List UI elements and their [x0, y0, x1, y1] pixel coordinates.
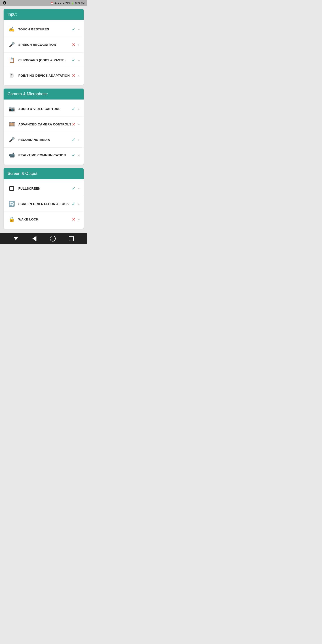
- touch-gestures-icon: ✍️: [8, 25, 16, 33]
- advanced-camera-controls-chevron: »: [78, 122, 80, 126]
- audio-video-capture-chevron: »: [78, 107, 80, 111]
- real-time-communication-label: REAL-TIME COMMUNICATION: [18, 154, 72, 157]
- screen-orientation-chevron: »: [78, 202, 80, 206]
- feature-row-recording-media[interactable]: 🎤 RECORDING MEDIA ✓ »: [4, 132, 84, 148]
- section-camera-title: Camera & Microphone: [8, 92, 48, 96]
- real-time-communication-chevron: »: [78, 154, 80, 157]
- recording-media-label: RECORDING MEDIA: [18, 138, 72, 142]
- battery-icon: 🔋: [71, 2, 74, 5]
- feature-row-touch-gestures[interactable]: ✍️ TOUCH GESTURES ✓ »: [4, 22, 84, 37]
- real-time-communication-icon: 📹: [8, 151, 16, 159]
- section-camera-microphone: Camera & Microphone 📷 AUDIO & VIDEO CAPT…: [4, 88, 84, 164]
- clipboard-chevron: »: [78, 58, 80, 62]
- alarm-icon: ⏰: [50, 2, 54, 5]
- feature-row-clipboard[interactable]: 📋 CLIPBOARD (COPY & PASTE) ✓ »: [4, 52, 84, 68]
- touch-gestures-label: TOUCH GESTURES: [18, 28, 72, 31]
- clipboard-label: CLIPBOARD (COPY & PASTE): [18, 58, 72, 62]
- speech-recognition-status: ✕: [72, 42, 76, 48]
- nav-back-button[interactable]: [30, 234, 39, 243]
- section-camera-header: Camera & Microphone: [4, 88, 84, 100]
- feature-row-wake-lock[interactable]: 🔒 WAKE LOCK ✕ »: [4, 212, 84, 227]
- advanced-camera-controls-icon: 🎞️: [8, 120, 16, 128]
- feature-row-fullscreen[interactable]: FULLSCREEN ✓ »: [4, 181, 84, 196]
- advanced-camera-controls-status: ✕: [72, 122, 76, 127]
- pointing-device-status: ✕: [72, 73, 76, 78]
- section-input-header: Input: [4, 9, 84, 20]
- status-bar-photo-icon: 🖼: [3, 1, 6, 5]
- advanced-camera-controls-label: ADVANCED CAMERA CONTROLS: [18, 122, 72, 126]
- fullscreen-status: ✓: [72, 186, 76, 191]
- wake-lock-label: WAKE LOCK: [18, 218, 72, 221]
- touch-gestures-chevron: »: [78, 28, 80, 31]
- section-screen-header: Screen & Output: [4, 168, 84, 179]
- nav-recents-button[interactable]: [67, 234, 76, 243]
- time-display: 3:27 PM: [75, 2, 84, 4]
- speech-recognition-chevron: »: [78, 43, 80, 46]
- nav-home-button[interactable]: [48, 234, 57, 243]
- nav-down-button[interactable]: [12, 234, 20, 243]
- battery-percent: 77%: [65, 2, 70, 4]
- speech-recognition-icon: 🎤: [8, 41, 16, 49]
- screen-orientation-status: ✓: [72, 201, 76, 206]
- fullscreen-chevron: »: [78, 187, 80, 190]
- main-content: Input ✍️ TOUCH GESTURES ✓ » 🎤 SPEECH REC…: [0, 6, 87, 232]
- location-icon: ◈: [54, 2, 56, 5]
- wake-lock-chevron: »: [78, 218, 80, 221]
- fullscreen-label: FULLSCREEN: [18, 187, 72, 190]
- feature-row-pointing-device[interactable]: 🖱️ POINTING DEVICE ADAPTATION ✕ »: [4, 68, 84, 83]
- real-time-communication-status: ✓: [72, 152, 76, 158]
- screen-orientation-icon: 🔄: [8, 200, 16, 208]
- recording-media-status: ✓: [72, 137, 76, 142]
- clipboard-icon: 📋: [8, 56, 16, 64]
- touch-gestures-status: ✓: [72, 26, 76, 32]
- feature-row-audio-video-capture[interactable]: 📷 AUDIO & VIDEO CAPTURE ✓ »: [4, 101, 84, 117]
- wake-lock-icon: 🔒: [8, 215, 16, 224]
- feature-row-speech-recognition[interactable]: 🎤 SPEECH RECOGNITION ✕ »: [4, 37, 84, 52]
- speech-recognition-label: SPEECH RECOGNITION: [18, 43, 72, 46]
- section-input: Input ✍️ TOUCH GESTURES ✓ » 🎤 SPEECH REC…: [4, 9, 84, 85]
- feature-row-real-time-communication[interactable]: 📹 REAL-TIME COMMUNICATION ✓ »: [4, 148, 84, 163]
- wake-lock-status: ✕: [72, 217, 76, 222]
- status-bar: 🖼 ⏰ ◈ ▲▲▲ 77% 🔋 3:27 PM: [0, 0, 87, 6]
- audio-video-capture-icon: 📷: [8, 105, 16, 113]
- section-camera-body: 📷 AUDIO & VIDEO CAPTURE ✓ » 🎞️ ADVANCED …: [4, 100, 84, 164]
- audio-video-capture-status: ✓: [72, 106, 76, 112]
- feature-row-advanced-camera-controls[interactable]: 🎞️ ADVANCED CAMERA CONTROLS ✕ »: [4, 117, 84, 132]
- section-screen-body: FULLSCREEN ✓ » 🔄 SCREEN ORIENTATION & LO…: [4, 179, 84, 229]
- section-screen-output: Screen & Output FULLSCREEN ✓ » 🔄 SCREEN …: [4, 168, 84, 229]
- feature-row-screen-orientation[interactable]: 🔄 SCREEN ORIENTATION & LOCK ✓ »: [4, 196, 84, 212]
- navigation-bar: [0, 233, 87, 244]
- recording-media-icon: 🎤: [8, 136, 16, 144]
- fullscreen-icon: [8, 184, 16, 192]
- section-input-body: ✍️ TOUCH GESTURES ✓ » 🎤 SPEECH RECOGNITI…: [4, 20, 84, 85]
- section-screen-title: Screen & Output: [8, 171, 37, 176]
- recording-media-chevron: »: [78, 138, 80, 142]
- clipboard-status: ✓: [72, 58, 76, 63]
- pointing-device-label: POINTING DEVICE ADAPTATION: [18, 74, 72, 77]
- section-input-title: Input: [8, 12, 16, 16]
- pointing-device-chevron: »: [78, 74, 80, 77]
- status-icons: ⏰ ◈ ▲▲▲ 77% 🔋 3:27 PM: [50, 2, 84, 5]
- screen-orientation-label: SCREEN ORIENTATION & LOCK: [18, 202, 72, 206]
- audio-video-capture-label: AUDIO & VIDEO CAPTURE: [18, 107, 72, 111]
- signal-bars: ▲▲▲: [57, 2, 64, 4]
- pointing-device-icon: 🖱️: [8, 72, 16, 80]
